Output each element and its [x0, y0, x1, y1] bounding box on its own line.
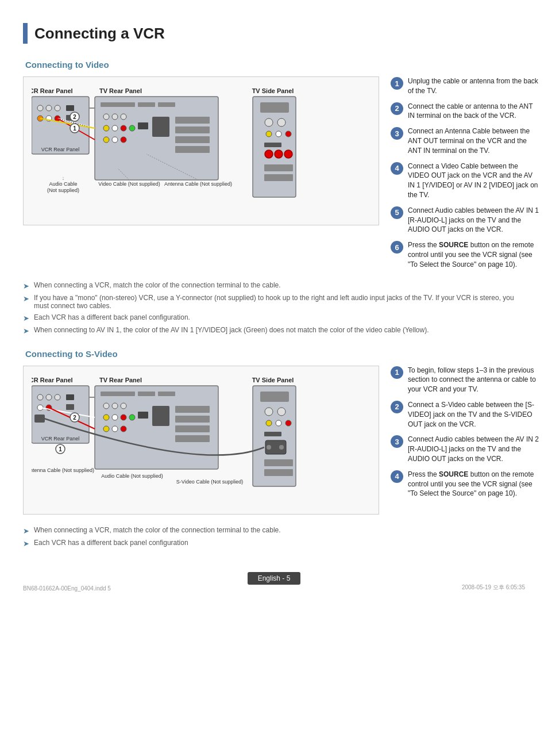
diagram-box-video: TV Rear Panel TV Side Panel VCR Rear Pan… — [23, 76, 379, 225]
svg-point-85 — [112, 426, 118, 432]
svg-point-98 — [266, 420, 272, 426]
notes-svideo: ➤ When connecting a VCR, match the color… — [23, 526, 525, 548]
svg-point-23 — [103, 137, 109, 143]
svg-point-43 — [284, 150, 292, 158]
svg-rect-30 — [175, 126, 210, 133]
steps-svideo: 1 To begin, follow steps 1–3 in the prev… — [391, 366, 540, 505]
step-num-2: 2 — [391, 102, 403, 115]
svg-rect-28 — [152, 117, 169, 137]
svg-point-78 — [103, 403, 109, 409]
page-title: Connecting a VCR — [34, 25, 165, 43]
svg-point-19 — [121, 114, 126, 120]
note-text-3: Each VCR has a different back panel conf… — [34, 313, 190, 321]
note-text-1: When connecting a VCR, match the color o… — [34, 281, 281, 289]
svg-point-87 — [129, 415, 135, 420]
step-num-3: 3 — [391, 127, 403, 140]
step-snum-2: 2 — [391, 401, 403, 413]
step-text-1: Unplug the cable or antenna from the bac… — [408, 76, 540, 96]
svg-point-42 — [275, 150, 283, 158]
svg-point-5 — [46, 105, 52, 111]
svg-rect-77 — [158, 392, 175, 396]
svg-rect-29 — [175, 117, 210, 124]
svg-rect-105 — [264, 459, 293, 466]
note-video-2: ➤ If you have a "mono" (non-stereo) VCR,… — [23, 294, 525, 310]
step-snum-3: 3 — [391, 435, 403, 448]
svg-point-6 — [55, 105, 60, 111]
svg-text:Antenna Cable (Not supplied): Antenna Cable (Not supplied) — [32, 467, 94, 473]
note-video-1: ➤ When connecting a VCR, match the color… — [23, 281, 525, 290]
svg-rect-91 — [175, 416, 210, 423]
page-footer: English - 5 — [0, 572, 548, 585]
svg-text:S-Video Cable (Not supplied): S-Video Cable (Not supplied) — [176, 479, 243, 485]
step-text-5: Connect Audio cables between the AV IN 1… — [408, 206, 540, 235]
step-stext-4: Press the SOURCE button on the remote co… — [408, 470, 540, 498]
step-video-5: 5 Connect Audio cables between the AV IN… — [391, 206, 540, 235]
svg-rect-95 — [260, 392, 289, 402]
step-video-2: 2 Connect the cable or antenna to the AN… — [391, 102, 540, 121]
diagram-svg-svideo: TV Rear Panel TV Side Panel VCR Rear Pan… — [32, 374, 371, 506]
svg-rect-93 — [175, 435, 210, 442]
svg-rect-75 — [101, 392, 135, 396]
note-arrow-3: ➤ — [23, 314, 29, 323]
svg-rect-15 — [138, 102, 155, 107]
svg-text:Video Cable (Not supplied): Video Cable (Not supplied) — [98, 181, 160, 187]
step-text-3: Connect an Antenna Cable between the ANT… — [408, 126, 540, 155]
step-num-1: 1 — [391, 77, 403, 90]
svg-point-66 — [46, 394, 52, 400]
note-stext-2: Each VCR has a different back panel conf… — [34, 539, 188, 547]
note-text-2: If you have a "mono" (non-stereo) VCR, u… — [34, 294, 525, 310]
svg-rect-14 — [101, 102, 135, 107]
step-stext-3: Connect Audio cables between the AV IN 2… — [408, 435, 540, 463]
svg-point-21 — [112, 125, 118, 131]
step-svideo-2: 2 Connect a S-Video cable between the [S… — [391, 400, 540, 429]
svg-point-82 — [112, 415, 118, 420]
svg-point-81 — [103, 415, 109, 420]
svg-point-97 — [277, 408, 285, 416]
footer-badge: English - 5 — [248, 572, 301, 585]
diagram-video: TV Rear Panel TV Side Panel VCR Rear Pan… — [23, 76, 379, 231]
notes-video: ➤ When connecting a VCR, match the color… — [23, 281, 525, 335]
svg-point-26 — [129, 125, 135, 131]
svg-text:VCR Rear Panel: VCR Rear Panel — [41, 436, 80, 442]
step-num-5: 5 — [391, 206, 403, 219]
svg-point-104 — [279, 445, 284, 450]
step-num-4: 4 — [391, 162, 403, 175]
svg-text:1: 1 — [59, 446, 62, 452]
step-text-4: Connect a Video Cable between the VIDEO … — [408, 162, 540, 200]
svg-point-37 — [266, 131, 272, 137]
svg-rect-89 — [152, 406, 169, 426]
svg-text:TV Rear Panel: TV Rear Panel — [99, 377, 142, 383]
step-num-6: 6 — [391, 241, 403, 254]
title-accent-bar — [23, 23, 28, 44]
note-sarrow-1: ➤ — [23, 527, 29, 535]
section-svideo-title: Connecting to S-Video — [25, 349, 525, 359]
note-arrow-2: ➤ — [23, 294, 29, 303]
svg-point-22 — [121, 125, 126, 131]
note-video-3: ➤ Each VCR has a different back panel co… — [23, 313, 525, 323]
svg-point-83 — [121, 415, 126, 420]
svg-text:Antenna Cable (Not supplied): Antenna Cable (Not supplied) — [164, 181, 232, 187]
svg-rect-44 — [264, 164, 293, 171]
svg-point-25 — [121, 137, 126, 143]
svg-rect-32 — [175, 146, 210, 153]
note-svideo-2: ➤ Each VCR has a different back panel co… — [23, 539, 525, 548]
note-sarrow-2: ➤ — [23, 539, 29, 548]
svg-rect-11 — [66, 105, 74, 111]
svg-point-79 — [112, 403, 118, 409]
section-video-title: Connecting to Video — [25, 60, 525, 70]
svg-point-86 — [121, 426, 126, 432]
page-title-bar: Connecting a VCR — [23, 23, 525, 44]
svg-rect-31 — [175, 136, 210, 143]
svg-rect-90 — [175, 406, 210, 413]
svg-rect-45 — [264, 174, 293, 181]
svg-rect-88 — [138, 412, 148, 419]
svg-point-17 — [103, 114, 109, 120]
section-video: Connecting to Video TV Rear Panel TV Sid… — [23, 60, 525, 335]
svg-text:VCR Rear Panel: VCR Rear Panel — [41, 147, 80, 152]
step-video-4: 4 Connect a Video Cable between the VIDE… — [391, 162, 540, 200]
svg-rect-101 — [264, 432, 281, 436]
svg-point-103 — [267, 445, 271, 450]
svg-text:TV Side Panel: TV Side Panel — [252, 377, 294, 383]
svg-text:VCR Rear Panel: VCR Rear Panel — [32, 87, 73, 94]
svg-rect-76 — [138, 392, 155, 396]
